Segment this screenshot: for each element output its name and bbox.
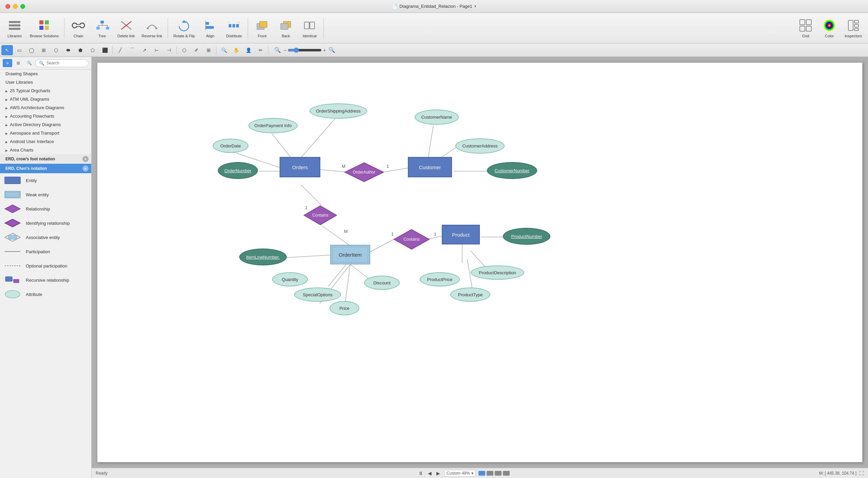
back-button[interactable]: Back xyxy=(274,16,298,40)
attr-product-price[interactable]: ProductPrice xyxy=(420,272,460,286)
zoom-in-btn[interactable]: 🔍 xyxy=(327,46,337,54)
arrow-tool[interactable]: ↗ xyxy=(139,45,150,55)
pause-button[interactable]: ⏸ xyxy=(417,471,424,476)
browse-solutions-button[interactable]: Browse Solutions xyxy=(26,16,62,40)
shape-attribute[interactable]: Attribute xyxy=(0,287,91,301)
list-view-icon[interactable]: ≡ xyxy=(3,59,12,67)
reverse-link-button[interactable]: Reverse link xyxy=(138,16,166,40)
rotate-flip-button[interactable]: Rotate & Flip xyxy=(170,16,199,40)
zoom-slider[interactable] xyxy=(288,47,322,53)
rel-contains-2[interactable]: Contains xyxy=(393,229,430,250)
fullscreen-icon[interactable]: ⛶ xyxy=(859,471,864,476)
next-page-button[interactable]: ▶ xyxy=(435,471,441,476)
attr-order-shipping[interactable]: OrderShippingAddress xyxy=(309,103,367,119)
shape-tool-3[interactable]: ⬟ xyxy=(75,45,86,55)
search-input[interactable] xyxy=(46,61,85,65)
table-tool[interactable]: ⊞ xyxy=(38,45,50,55)
align-button[interactable]: Align xyxy=(198,16,222,40)
page-view-2[interactable] xyxy=(487,471,493,476)
grid-button[interactable]: Grid xyxy=(794,16,817,40)
aws-section[interactable]: AWS Architecture Diagrams xyxy=(0,103,91,112)
shape-opt-participation[interactable]: Optional participation xyxy=(0,259,91,273)
freehand-tool[interactable]: ✐ xyxy=(191,45,202,55)
select-tool[interactable]: ↖ xyxy=(1,45,13,55)
user-libraries-section[interactable]: User Libraries xyxy=(0,78,91,86)
attr-order-payment[interactable]: OrderPayment Info xyxy=(248,118,298,133)
page-view-1[interactable] xyxy=(478,471,485,476)
identical-button[interactable]: Identical xyxy=(298,16,321,40)
shape-tool-5[interactable]: ⬛ xyxy=(99,45,111,55)
connector-tool[interactable]: ⊢ xyxy=(151,45,163,55)
search-icon[interactable]: 🔍 xyxy=(24,59,34,67)
shape-tool-1[interactable]: ⬡ xyxy=(50,45,62,55)
link-tool[interactable]: ⊣ xyxy=(163,45,175,55)
shape-id-relationship[interactable]: Identifying relationship xyxy=(0,216,91,230)
line-tool[interactable]: ╱ xyxy=(114,45,126,55)
color-button[interactable]: Color xyxy=(817,16,841,40)
shape-tool-2[interactable]: ⬬ xyxy=(62,45,74,55)
atm-uml-section[interactable]: ATM UML Diagrams xyxy=(0,95,91,103)
rect-tool[interactable]: ▭ xyxy=(14,45,25,55)
curve-tool[interactable]: ⌒ xyxy=(127,45,138,55)
attr-item-line[interactable]: ItemLineNumber. xyxy=(239,248,287,265)
shape-weak-entity[interactable]: Weak entity xyxy=(0,187,91,202)
crop-tool[interactable]: ⊞ xyxy=(203,45,214,55)
attr-product-desc[interactable]: ProductDescription xyxy=(471,265,524,280)
aerospace-section[interactable]: Aerospace and Transport xyxy=(0,129,91,137)
polygon-tool[interactable]: ⬡ xyxy=(178,45,190,55)
zoom-out-tool[interactable]: 🔍 xyxy=(218,45,230,55)
erd-chen-group[interactable]: ERD, Chen's notation × xyxy=(0,164,91,173)
accounting-section[interactable]: Accounting Flowcharts xyxy=(0,112,91,120)
attr-product-type[interactable]: ProductType xyxy=(450,287,490,302)
inspectors-button[interactable]: Inspectors xyxy=(841,16,865,40)
android-section[interactable]: Android User Interface xyxy=(0,137,91,146)
attr-order-number[interactable]: OrderNumber xyxy=(218,162,258,179)
tree-button[interactable]: Tree xyxy=(90,16,114,40)
entity-product[interactable]: Product xyxy=(442,225,480,244)
prev-page-button[interactable]: ◀ xyxy=(427,471,433,476)
libraries-button[interactable]: Libraries xyxy=(3,16,26,40)
erd-crows-group[interactable]: ERD, crow's foot notation × xyxy=(0,154,91,164)
attr-customer-number[interactable]: CustomerNumber xyxy=(487,162,537,179)
attr-product-number[interactable]: ProductNumber xyxy=(503,228,550,245)
attr-price[interactable]: Price xyxy=(329,301,359,315)
user-tool[interactable]: 👤 xyxy=(243,45,254,55)
attr-quantity[interactable]: Quantity xyxy=(272,272,308,286)
close-button[interactable] xyxy=(5,4,10,9)
maximize-button[interactable] xyxy=(20,4,25,9)
distribute-button[interactable]: Distribute xyxy=(222,16,246,40)
dropdown-arrow-icon[interactable]: ▾ xyxy=(474,4,476,8)
page-view-4[interactable] xyxy=(503,471,510,476)
shape-entity[interactable]: Entity xyxy=(0,173,91,187)
shape-participation[interactable]: Participation xyxy=(0,244,91,259)
rel-order-author[interactable]: OrderAuthor xyxy=(344,162,384,182)
front-button[interactable]: Front xyxy=(250,16,274,40)
ellipse-tool[interactable]: ◯ xyxy=(26,45,37,55)
zoom-select[interactable]: Custom 49% ▾ xyxy=(444,470,476,477)
pencil-tool[interactable]: ✏ xyxy=(255,45,266,55)
shape-assoc-entity[interactable]: Associative entity xyxy=(0,230,91,244)
erd-crows-close[interactable]: × xyxy=(82,156,89,162)
attr-order-date[interactable]: OrderDate xyxy=(213,139,248,153)
page-view-3[interactable] xyxy=(495,471,502,476)
grid-view-icon[interactable]: ⊞ xyxy=(14,59,23,67)
zoom-out-btn[interactable]: 🔍 xyxy=(273,46,282,54)
shape-recursive[interactable]: Recursive relationship xyxy=(0,273,91,287)
entity-order-item[interactable]: OrderItem xyxy=(330,245,370,264)
shape-relationship[interactable]: Relationship xyxy=(0,202,91,216)
active-directory-section[interactable]: Active Directory Diagrams xyxy=(0,120,91,129)
attr-discount[interactable]: Discount xyxy=(364,276,400,290)
delete-link-button[interactable]: Delete link xyxy=(114,16,138,40)
area-charts-section[interactable]: Area Charts xyxy=(0,146,91,154)
attr-special-options[interactable]: SpecialOptions xyxy=(294,287,341,302)
attr-customer-address[interactable]: CustomerAddress xyxy=(455,138,505,154)
entity-customer[interactable]: Customer xyxy=(408,157,452,177)
minimize-button[interactable] xyxy=(13,4,18,9)
orgcharts-section[interactable]: 25 Typical Orgcharts xyxy=(0,86,91,95)
drawing-shapes-section[interactable]: Drawing Shapes xyxy=(0,69,91,78)
chain-button[interactable]: Chain xyxy=(67,16,90,40)
pan-tool[interactable]: ✋ xyxy=(230,45,242,55)
erd-chen-close[interactable]: × xyxy=(82,165,89,172)
shape-tool-4[interactable]: ⬠ xyxy=(87,45,98,55)
diagram-canvas[interactable]: M 1 1 M 1 1 OrderShippingAddress OrderPa… xyxy=(97,62,863,462)
